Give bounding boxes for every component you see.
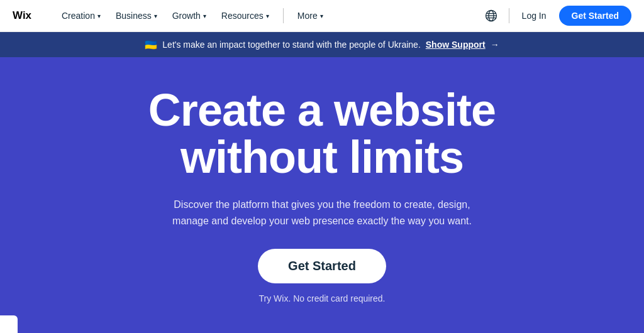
chevron-down-icon: ▾ [154, 13, 157, 19]
svg-text:Wix: Wix [13, 9, 32, 21]
ukraine-banner: 🇺🇦 Let's make an impact together to stan… [0, 32, 644, 57]
get-started-nav-button[interactable]: Get Started [559, 6, 631, 26]
hero-section: Create a website without limits Discover… [0, 57, 644, 333]
nav-item-growth[interactable]: Growth ▾ [166, 7, 213, 25]
nav-label-resources: Resources [221, 11, 264, 21]
hero-title: Create a website without limits [148, 87, 496, 182]
navbar: Wix Creation ▾ Business ▾ Growth ▾ Resou… [0, 0, 644, 32]
nav-links: Creation ▾ Business ▾ Growth ▾ Resources… [55, 7, 481, 25]
nav-label-business: Business [116, 11, 152, 21]
nav-label-growth: Growth [172, 11, 201, 21]
ukraine-flag: 🇺🇦 [145, 39, 157, 51]
nav-item-more[interactable]: More ▾ [291, 7, 330, 25]
chevron-down-icon: ▾ [203, 13, 206, 19]
bottom-left-ui-element [0, 315, 18, 333]
hero-title-line2: without limits [180, 132, 464, 182]
nav-item-business[interactable]: Business ▾ [109, 7, 164, 25]
chevron-down-icon: ▾ [97, 13, 101, 19]
show-support-link[interactable]: Show Support [426, 40, 486, 50]
login-button[interactable]: Log In [517, 7, 552, 25]
hero-subtitle: Discover the platform that gives you the… [158, 197, 486, 229]
language-button[interactable] [481, 6, 501, 26]
chevron-down-icon: ▾ [320, 13, 323, 19]
navbar-divider [509, 8, 509, 23]
wix-logo[interactable]: Wix [13, 9, 40, 22]
hero-note: Try Wix. No credit card required. [259, 293, 386, 303]
hero-title-line1: Create a website [148, 85, 496, 135]
nav-label-more: More [297, 11, 318, 21]
nav-label-creation: Creation [62, 11, 95, 21]
nav-item-resources[interactable]: Resources ▾ [215, 7, 275, 25]
navbar-right: Log In Get Started [481, 6, 631, 26]
nav-item-creation[interactable]: Creation ▾ [55, 7, 107, 25]
chevron-down-icon: ▾ [266, 13, 269, 19]
banner-text: Let's make an impact together to stand w… [162, 40, 420, 50]
arrow-icon: → [491, 40, 499, 50]
hero-get-started-button[interactable]: Get Started [258, 249, 386, 283]
nav-divider [283, 8, 284, 23]
